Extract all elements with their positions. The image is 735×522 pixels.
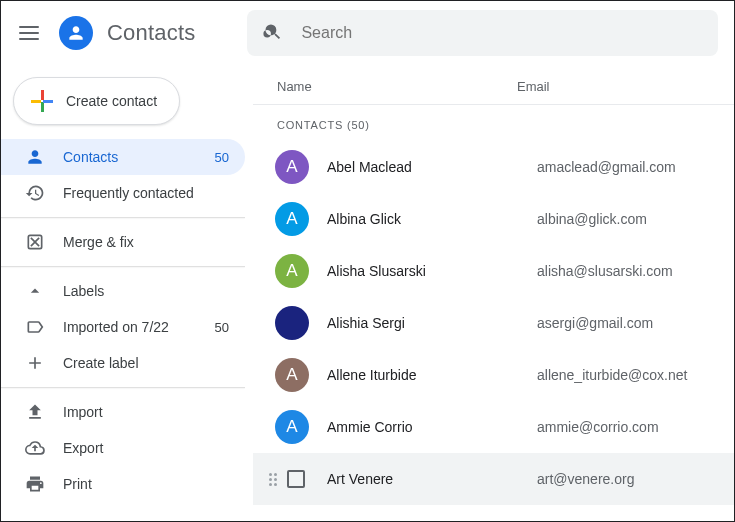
- chevron-up-icon: [25, 281, 45, 301]
- contact-name: Ammie Corrio: [327, 419, 519, 435]
- contact-name: Albina Glick: [327, 211, 519, 227]
- create-contact-label: Create contact: [66, 93, 157, 109]
- label-icon: [25, 317, 45, 337]
- sidebar-item-merge[interactable]: Merge & fix: [1, 224, 245, 260]
- sidebar-item-count: 50: [215, 320, 229, 335]
- list-header: Name Email: [253, 65, 734, 105]
- topbar: Contacts: [1, 1, 734, 65]
- avatar: A: [275, 150, 309, 184]
- sidebar-item-label: Imported on 7/22: [63, 319, 197, 335]
- sidebar-item-print[interactable]: Print: [1, 466, 245, 502]
- contact-row[interactable]: AAlbina Glickalbina@glick.com: [253, 193, 734, 245]
- sidebar-item-count: 50: [215, 150, 229, 165]
- cloud-upload-icon: [25, 438, 45, 458]
- avatar: A: [275, 254, 309, 288]
- merge-icon: [25, 232, 45, 252]
- contact-email: allene_iturbide@cox.net: [537, 367, 718, 383]
- contact-name: Allene Iturbide: [327, 367, 519, 383]
- person-icon: [25, 147, 45, 167]
- sidebar-item-label: Frequently contacted: [63, 185, 229, 201]
- history-icon: [25, 183, 45, 203]
- sidebar-item-frequent[interactable]: Frequently contacted: [1, 175, 245, 211]
- menu-icon[interactable]: [17, 21, 41, 45]
- search-icon: [263, 22, 283, 45]
- sidebar-item-label: Merge & fix: [63, 234, 229, 250]
- sidebar-item-label: Print: [63, 476, 229, 492]
- sidebar-item-label: Contacts: [63, 149, 197, 165]
- main: Name Email CONTACTS (50) AAbel Macleadam…: [253, 65, 734, 521]
- contact-email: alisha@slusarski.com: [537, 263, 718, 279]
- add-icon: [25, 353, 45, 373]
- sidebar-item-import[interactable]: Import: [1, 394, 245, 430]
- contact-email: asergi@gmail.com: [537, 315, 718, 331]
- sidebar-item-label: Labels: [63, 283, 229, 299]
- avatar: A: [275, 358, 309, 392]
- contact-name: Alishia Sergi: [327, 315, 519, 331]
- divider: [1, 217, 245, 218]
- sidebar-item-label: Create label: [63, 355, 229, 371]
- sidebar-label-item[interactable]: Imported on 7/22 50: [1, 309, 245, 345]
- print-icon: [25, 474, 45, 494]
- sidebar-labels-header[interactable]: Labels: [1, 273, 245, 309]
- contact-name: Alisha Slusarski: [327, 263, 519, 279]
- avatar: A: [275, 202, 309, 236]
- contact-name: Art Venere: [327, 471, 519, 487]
- contact-name: Abel Maclead: [327, 159, 519, 175]
- contact-row[interactable]: AAmmie Corrioammie@corrio.com: [253, 401, 734, 453]
- contact-email: amaclead@gmail.com: [537, 159, 718, 175]
- sidebar-create-label[interactable]: Create label: [1, 345, 245, 381]
- contact-email: art@venere.org: [537, 471, 718, 487]
- contact-row[interactable]: Art Venereart@venere.org: [253, 453, 734, 505]
- create-contact-button[interactable]: Create contact: [13, 77, 180, 125]
- sidebar-item-label: Export: [63, 440, 229, 456]
- app-title: Contacts: [107, 20, 195, 46]
- contact-row[interactable]: AAbel Macleadamaclead@gmail.com: [253, 141, 734, 193]
- avatar: [275, 306, 309, 340]
- sidebar-item-contacts[interactable]: Contacts 50: [1, 139, 245, 175]
- column-header-name[interactable]: Name: [277, 79, 517, 94]
- divider: [1, 266, 245, 267]
- contact-row[interactable]: Alishia Sergiasergi@gmail.com: [253, 297, 734, 349]
- contact-email: ammie@corrio.com: [537, 419, 718, 435]
- sidebar-item-label: Import: [63, 404, 229, 420]
- group-label: CONTACTS (50): [253, 105, 734, 141]
- column-header-email[interactable]: Email: [517, 79, 550, 94]
- search-box[interactable]: [247, 10, 718, 56]
- upload-icon: [25, 402, 45, 422]
- row-hover-controls: [269, 470, 305, 488]
- contact-row[interactable]: AAllene Iturbideallene_iturbide@cox.net: [253, 349, 734, 401]
- plus-icon: [30, 89, 54, 113]
- contact-row[interactable]: AAlisha Slusarskialisha@slusarski.com: [253, 245, 734, 297]
- search-input[interactable]: [299, 23, 702, 43]
- row-checkbox[interactable]: [287, 470, 305, 488]
- divider: [1, 387, 245, 388]
- contact-email: albina@glick.com: [537, 211, 718, 227]
- sidebar-item-export[interactable]: Export: [1, 430, 245, 466]
- drag-handle-icon[interactable]: [269, 473, 277, 486]
- sidebar: Create contact Contacts 50 Frequently co…: [1, 65, 253, 521]
- app-logo: [59, 16, 93, 50]
- avatar: A: [275, 410, 309, 444]
